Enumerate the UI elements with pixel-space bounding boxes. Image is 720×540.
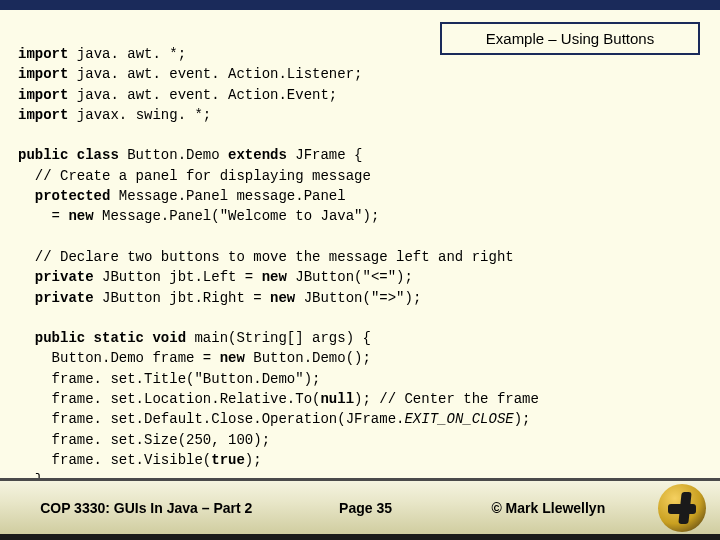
code-comment: // Create a panel for displaying message	[18, 168, 371, 184]
code-text: javax. swing. *;	[68, 107, 211, 123]
kw-private: private	[18, 290, 94, 306]
code-text: JButton jbt.Right =	[94, 290, 270, 306]
code-text: java. awt. event. Action.Listener;	[68, 66, 362, 82]
kw-public-static-void: public static void	[18, 330, 194, 346]
code-text: ); // Center the frame	[354, 391, 539, 407]
code-text: java. awt. *;	[68, 46, 186, 62]
kw-private: private	[18, 269, 94, 285]
code-comment: // Declare two buttons to move the messa…	[18, 249, 514, 265]
code-text: java. awt. event. Action.Event;	[68, 87, 337, 103]
kw-import: import	[18, 46, 68, 62]
code-text: frame. set.Visible(	[18, 452, 211, 468]
kw-new: new	[220, 350, 245, 366]
code-text: main(String[] args) {	[194, 330, 370, 346]
kw-new: new	[262, 269, 287, 285]
code-text: =	[18, 208, 68, 224]
kw-extends: extends	[228, 147, 287, 163]
slide-footer: COP 3330: GUIs In Java – Part 2 Page 35 …	[0, 478, 720, 540]
kw-import: import	[18, 66, 68, 82]
code-text: Message.Panel message.Panel	[110, 188, 345, 204]
code-text: Button.Demo	[127, 147, 228, 163]
const-exit: EXIT_ON_CLOSE	[404, 411, 513, 427]
code-text: frame. set.Location.Relative.To(	[18, 391, 320, 407]
code-text: JFrame {	[287, 147, 363, 163]
footer-page: Page 35	[292, 500, 438, 516]
kw-import: import	[18, 87, 68, 103]
code-text: JButton("<=");	[287, 269, 413, 285]
kw-protected: protected	[18, 188, 110, 204]
code-text: );	[245, 452, 262, 468]
footer-course: COP 3330: GUIs In Java – Part 2	[0, 500, 292, 516]
kw-new: new	[68, 208, 93, 224]
code-text: JButton jbt.Left =	[94, 269, 262, 285]
code-text: Message.Panel("Welcome to Java");	[94, 208, 380, 224]
slide: Example – Using Buttons import java. awt…	[0, 0, 720, 540]
code-text: frame. set.Size(250, 100);	[18, 432, 270, 448]
kw-public-class: public class	[18, 147, 127, 163]
kw-new: new	[270, 290, 295, 306]
code-text: frame. set.Title("Button.Demo");	[18, 371, 320, 387]
code-text: Button.Demo();	[245, 350, 371, 366]
code-block: import java. awt. *; import java. awt. e…	[18, 44, 702, 491]
kw-import: import	[18, 107, 68, 123]
ucf-logo-icon	[658, 484, 706, 532]
kw-true: true	[211, 452, 245, 468]
footer-author: © Mark Llewellyn	[439, 500, 658, 516]
code-text: JButton("=>");	[295, 290, 421, 306]
kw-null: null	[320, 391, 354, 407]
code-text: Button.Demo frame =	[18, 350, 220, 366]
code-text: frame. set.Default.Close.Operation(JFram…	[18, 411, 404, 427]
code-text: );	[514, 411, 531, 427]
